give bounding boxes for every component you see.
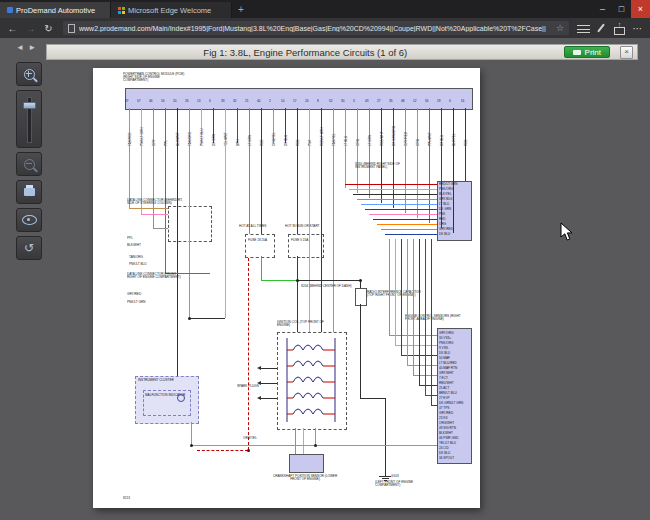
sensor-wire-label: GRY/ORG [439, 331, 454, 334]
ignition-coil-box [277, 332, 347, 430]
pcm-pin-number: 35 [389, 99, 392, 102]
zoom-out-button[interactable] [16, 152, 42, 176]
diagram-label: BLK/WHT [127, 243, 141, 246]
reset-view-button[interactable]: ↺ [16, 236, 42, 260]
figure-title: Fig 1: 3.8L, Engine Performance Circuits… [47, 47, 564, 58]
wire [381, 229, 437, 230]
more-options-icon[interactable]: ⋯ [629, 23, 646, 34]
ckp-sensor-box [289, 454, 324, 473]
wire [297, 280, 360, 281]
address-bar[interactable]: www2.prodemand.com/Main/Index#1995|Ford|… [63, 21, 569, 35]
mouse-cursor [560, 222, 574, 242]
tab-edge-welcome[interactable]: Microsoft Edge Welcome [111, 2, 232, 18]
sensor-pin-label: 30 VSS+ [439, 336, 451, 339]
pcm-pin-number: 33 [221, 99, 224, 102]
close-viewer-button[interactable]: × [620, 46, 633, 59]
pcm-pin-number: 26 [185, 99, 188, 102]
pcm-pin-number: 32 [233, 99, 236, 102]
highlight-toggle-button[interactable] [16, 208, 42, 232]
diagram-label: ENGINE CONTROL SENSORS (RIGHT FRONT AREA… [405, 314, 469, 321]
refresh-button[interactable]: ↻ [40, 23, 57, 34]
print-button[interactable]: Print [564, 46, 610, 58]
splice-dot [314, 444, 317, 447]
wire [189, 318, 225, 319]
diagram-label: S206 (BEHIND CENTER OF DASH) [301, 284, 353, 287]
arrowhead [257, 381, 261, 385]
sensor-pin-label: 9 VSS- [439, 346, 449, 349]
zoom-slider[interactable] [16, 90, 42, 148]
connector-pin-label: PNK [439, 212, 445, 215]
zoom-in-button[interactable] [16, 62, 42, 86]
pcm-pin-number: 52 [329, 99, 332, 102]
panel-toggle-icon[interactable]: ◄ ► [16, 43, 37, 52]
connector-pin-label: GRY/BLK [439, 197, 452, 200]
diagram-label: S260 (BEHIND RIGHT SIDE OF INSTRUMENT PA… [355, 162, 413, 169]
pcm-pin-number: 40 [257, 99, 260, 102]
print-page-button[interactable] [16, 180, 42, 204]
sensor-wire-label: YEL/LT BLU [439, 441, 456, 444]
pcm-pin-number: 10 [281, 99, 284, 102]
sensor-wire-label: RED/WHT [439, 381, 454, 384]
wire [153, 228, 168, 229]
tab-prodemand[interactable]: ProDemand Automotive [0, 2, 111, 18]
sensor-pin-label: 24 CID [439, 446, 449, 449]
minimize-button[interactable]: – [593, 0, 612, 18]
diagram-label: DATA LINK CONNECTOR (BEHIND RT. SIDE OF … [127, 198, 185, 205]
pcm-pin-number: 8 [317, 99, 319, 102]
diagram-label: TAN/ORG [129, 255, 143, 258]
diagram-label: G103 [391, 474, 399, 477]
wire [365, 209, 437, 210]
hub-icon[interactable] [575, 23, 592, 34]
diagram-label: CRANKSHAFT POSITION SENSOR (LOWER FRONT … [271, 474, 339, 481]
wire [369, 214, 437, 215]
diagram-page[interactable]: TAN/RED37PNK/LT GRN57GRY46PPL16BLK/WHT20… [93, 68, 480, 508]
wire [425, 239, 426, 395]
splice-dot [359, 279, 362, 282]
connector-pin-label: ORG [439, 222, 446, 225]
connector-pin-label: PNK/ORG [439, 187, 453, 190]
wire-stub [153, 108, 154, 143]
wire [225, 143, 226, 318]
new-tab-button[interactable]: + [232, 2, 250, 18]
wire-stub [465, 108, 466, 143]
page-icon [68, 24, 75, 33]
connector-pin-label: RED [439, 217, 446, 220]
sensor-wire-label: GRY/WHT [439, 371, 454, 374]
wire [261, 280, 297, 281]
wire-color-label: PNK/LT BLU [200, 128, 203, 146]
wire [349, 189, 437, 190]
sensor-pin-label: 27 EVP [439, 396, 450, 399]
forward-button[interactable]: → [22, 23, 39, 34]
connector-pin-label: DK BLU [439, 232, 450, 235]
maximize-button[interactable]: □ [612, 0, 631, 18]
back-button[interactable]: ← [4, 23, 21, 34]
wire [129, 208, 168, 209]
wire [261, 368, 277, 369]
sensor-pin-label: 50 MAF [439, 356, 450, 359]
favorite-star-icon[interactable]: ☆ [556, 23, 564, 33]
wire [407, 239, 408, 365]
wire [405, 143, 406, 213]
web-note-icon[interactable] [593, 21, 610, 35]
tab-prodemand-label: ProDemand Automotive [16, 6, 95, 15]
slider-thumb[interactable] [23, 102, 36, 109]
diagram-label: 8213 [123, 496, 130, 499]
share-icon[interactable]: ↑ [611, 21, 628, 35]
tab-edge-welcome-label: Microsoft Edge Welcome [128, 6, 211, 15]
diagram-label: FUSE 5 15A [291, 238, 319, 241]
wire-color-label: DK GRN [212, 134, 215, 146]
pcm-module-box [125, 88, 473, 110]
close-window-button[interactable]: × [631, 0, 650, 18]
splice-dot [190, 444, 193, 447]
diagram-label: PPL [127, 236, 133, 239]
sensor-wire-label: DK BLU [439, 351, 450, 354]
wire [261, 256, 262, 280]
wire [431, 405, 437, 406]
sensor-wire-label: DK GRN/LT GRN [439, 401, 463, 404]
diagram-label: GRY/RED [127, 292, 141, 295]
wire [345, 143, 346, 188]
wire [141, 214, 168, 215]
sensor-wire-label: BRN/LT BLU [439, 391, 457, 394]
wire [345, 184, 437, 185]
sensor-wire-label: LT BLU/RED [439, 361, 457, 364]
